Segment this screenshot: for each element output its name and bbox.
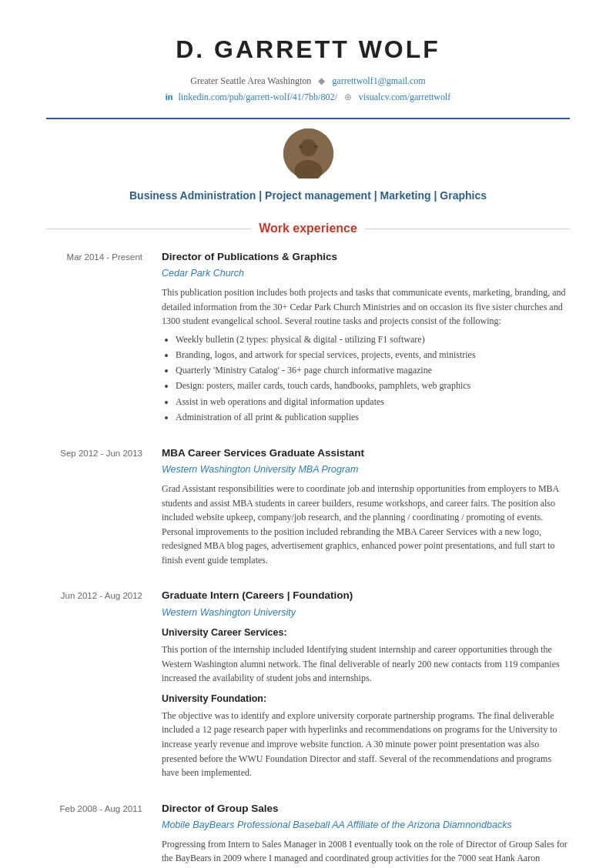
svg-point-5: [283, 129, 333, 179]
job-title-3: Graduate Intern (Careers | Foundation): [162, 588, 570, 603]
sub-desc-3-1: This portion of the internship included …: [162, 643, 570, 686]
candidate-name: D. GARRETT WOLF: [46, 31, 570, 68]
location-text: Greater Seattle Area Washington: [190, 75, 311, 86]
job-content-4: Director of Group Sales Mobile BayBears …: [162, 801, 570, 868]
bullet-1-4: Design: posters, mailer cards, touch car…: [176, 379, 570, 393]
bullet-1-6: Administration of all print & publicatio…: [176, 410, 570, 425]
job-desc-2: Grad Assistant responsibilities were to …: [162, 482, 570, 568]
job-date-1: Mar 2014 - Present: [46, 249, 146, 429]
job-row-3: Jun 2012 - Aug 2012 Graduate Intern (Car…: [46, 588, 570, 783]
email-link[interactable]: garrettwolf1@gmail.com: [332, 75, 425, 86]
linkedin-url[interactable]: linkedin.com/pub/garrett-wolf/41/7bb/802…: [178, 92, 336, 102]
sub-desc-3-2: The objective was to identify and explor…: [162, 709, 570, 780]
globe-icon: ⊕: [344, 92, 352, 102]
job-content-1: Director of Publications & Graphics Ceda…: [162, 249, 570, 429]
avatar-container: [46, 129, 570, 179]
contact-location-line: Greater Seattle Area Washington ◆ garret…: [46, 74, 570, 88]
job-title-1: Director of Publications & Graphics: [162, 249, 570, 265]
bullet-1-1: Weekly bulletin (2 types: physical & dig…: [176, 332, 570, 347]
resume-header: D. GARRETT WOLF Greater Seattle Area Was…: [46, 31, 570, 119]
company-name-2: Western Washington University MBA Progra…: [162, 462, 570, 477]
company-name-1: Cedar Park Church: [162, 266, 570, 281]
job-row-1: Mar 2014 - Present Director of Publicati…: [46, 249, 570, 429]
job-date-4: Feb 2008 - Aug 2011: [46, 801, 146, 868]
job-row-4: Feb 2008 - Aug 2011 Director of Group Sa…: [46, 801, 570, 868]
contact-social-line: in linkedin.com/pub/garrett-wolf/41/7bb/…: [46, 90, 570, 104]
bullet-1-5: Assist in web operations and digital inf…: [176, 395, 570, 409]
sub-heading-3-1: University Career Services:: [162, 626, 570, 640]
job-date-3: Jun 2012 - Aug 2012: [46, 588, 146, 783]
linkedin-icon: in: [166, 92, 173, 102]
job-date-2: Sep 2012 - Jun 2013: [46, 446, 146, 572]
separator: ◆: [318, 75, 325, 86]
sub-heading-3-2: University Foundation:: [162, 692, 570, 706]
work-experience-section-title: Work experience: [46, 219, 570, 238]
job-content-2: MBA Career Services Graduate Assistant W…: [162, 446, 570, 572]
job-desc-1: This publication position includes both …: [162, 285, 570, 329]
work-experience-label: Work experience: [259, 219, 357, 238]
avatar: [283, 129, 333, 179]
bullet-1-2: Branding, logos, and artwork for special…: [176, 348, 570, 362]
tagline: Business Administration | Project manage…: [46, 188, 570, 204]
bullet-1-3: Quarterly 'Ministry Catalog' - 36+ page …: [176, 363, 570, 378]
job-content-3: Graduate Intern (Careers | Foundation) W…: [162, 588, 570, 783]
job-bullets-1: Weekly bulletin (2 types: physical & dig…: [176, 332, 570, 425]
company-name-4: Mobile BayBears Professional Baseball AA…: [162, 818, 570, 833]
job-title-2: MBA Career Services Graduate Assistant: [162, 446, 570, 461]
portfolio-url[interactable]: visualcv.com/garrettwolf: [359, 92, 451, 102]
company-name-3: Western Washington University: [162, 606, 570, 620]
job-title-4: Director of Group Sales: [162, 801, 570, 816]
job-row-2: Sep 2012 - Jun 2013 MBA Career Services …: [46, 446, 570, 572]
job-desc-4: Progressing from Intern to Sales Manager…: [162, 837, 570, 868]
